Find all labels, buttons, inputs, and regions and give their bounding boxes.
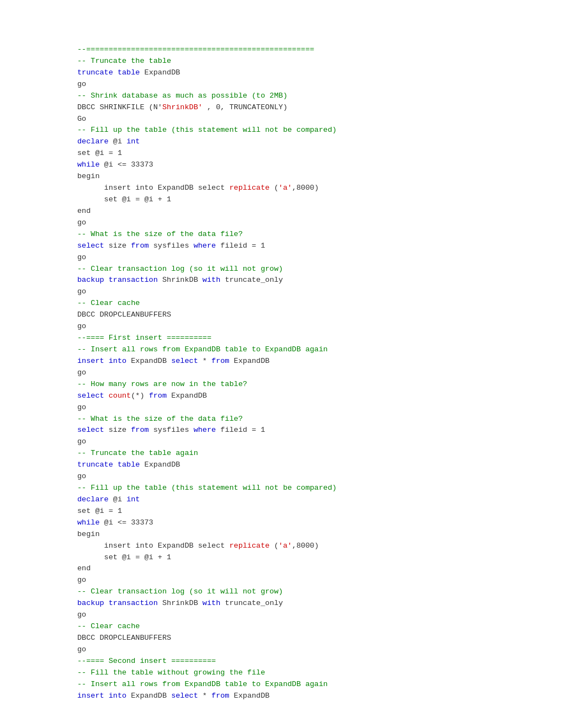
code-line: go	[77, 644, 530, 656]
code-line: go	[77, 436, 530, 448]
code-line: --======================================…	[77, 44, 530, 56]
code-line: -- Insert all rows from ExpandDB table t…	[77, 679, 530, 690]
code-line: -- Fill up the table (this statement wil…	[77, 125, 530, 136]
code-line: insert into ExpandDB select replicate ('…	[77, 540, 530, 552]
code-line: go	[77, 217, 530, 229]
code-line: DBCC SHRINKFILE (N'ShrinkDB' , 0, TRUNCA…	[77, 102, 530, 114]
code-line: insert into ExpandDB select * from Expan…	[77, 356, 530, 367]
code-line: declare @i int	[77, 136, 530, 148]
code-line: -- Truncate the table	[77, 56, 530, 67]
code-line: truncate table ExpandDB	[77, 67, 530, 79]
code-block: --======================================…	[77, 44, 530, 702]
code-line: while @i <= 33373	[77, 159, 530, 171]
code-line: -- Clear transaction log (so it will not…	[77, 264, 530, 275]
code-line: begin	[77, 529, 530, 540]
code-line: select size from sysfiles where fileid =…	[77, 240, 530, 252]
code-line: -- Clear cache	[77, 298, 530, 309]
code-line: backup transaction ShrinkDB with truncat…	[77, 275, 530, 286]
code-line: go	[77, 575, 530, 586]
code-line: set @i = 1	[77, 148, 530, 159]
code-line: -- Fill the table without growing the fi…	[77, 667, 530, 679]
code-line: end	[77, 563, 530, 575]
code-line: go	[77, 367, 530, 379]
code-line: --==== First insert ==========	[77, 333, 530, 344]
code-container: --======================================…	[0, 0, 563, 728]
code-line: insert into ExpandDB select * from Expan…	[77, 690, 530, 702]
code-line: go	[77, 471, 530, 483]
code-line: insert into ExpandDB select replicate ('…	[77, 183, 530, 194]
code-line: end	[77, 206, 530, 217]
code-line: -- What is the size of the data file?	[77, 229, 530, 240]
code-line: -- Shrink database as much as possible (…	[77, 90, 530, 102]
code-line: truncate table ExpandDB	[77, 459, 530, 471]
code-line: go	[77, 402, 530, 414]
code-line: set @i = @i + 1	[77, 194, 530, 206]
code-line: select size from sysfiles where fileid =…	[77, 425, 530, 436]
code-line: begin	[77, 171, 530, 183]
code-line: declare @i int	[77, 494, 530, 506]
code-line: --==== Second insert ==========	[77, 656, 530, 667]
code-line: go	[77, 286, 530, 298]
code-line: go	[77, 321, 530, 333]
code-line: -- Fill up the table (this statement wil…	[77, 483, 530, 494]
code-line: go	[77, 609, 530, 621]
code-line: DBCC DROPCLEANBUFFERS	[77, 633, 530, 644]
code-line: -- Truncate the table again	[77, 448, 530, 459]
code-line: go	[77, 79, 530, 90]
code-line: -- Insert all rows from ExpandDB table t…	[77, 344, 530, 356]
code-line: select count(*) from ExpandDB	[77, 390, 530, 402]
code-line: -- What is the size of the data file?	[77, 414, 530, 425]
code-line: DBCC DROPCLEANBUFFERS	[77, 309, 530, 321]
code-line: while @i <= 33373	[77, 517, 530, 529]
code-line: go	[77, 252, 530, 264]
code-line: -- Clear transaction log (so it will not…	[77, 586, 530, 598]
code-line: Go	[77, 114, 530, 125]
code-line: set @i = @i + 1	[77, 552, 530, 564]
code-line: set @i = 1	[77, 506, 530, 517]
code-line: backup transaction ShrinkDB with truncat…	[77, 598, 530, 609]
code-line: -- Clear cache	[77, 621, 530, 633]
code-line: -- How many rows are now in the table?	[77, 379, 530, 390]
